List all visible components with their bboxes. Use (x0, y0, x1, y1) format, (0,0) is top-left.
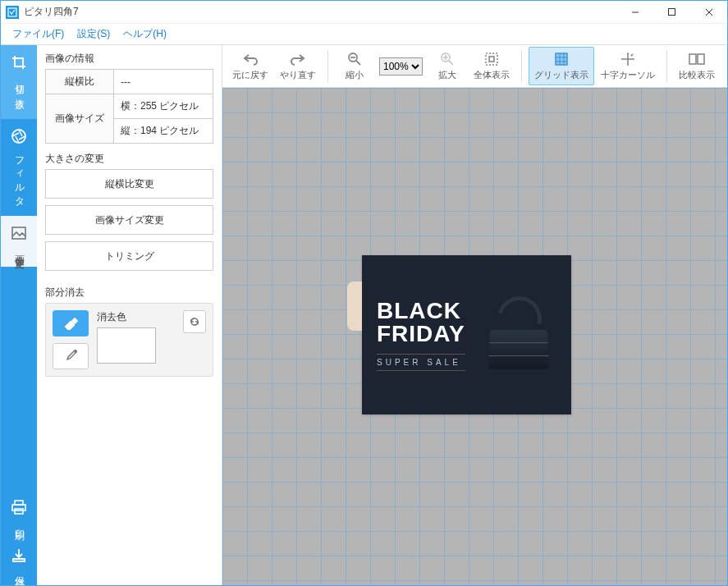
window-close-button[interactable] (690, 1, 727, 24)
svg-rect-18 (489, 57, 494, 62)
vtab-filter[interactable]: フィルタ (1, 119, 37, 216)
image-width-value: 横：255 ピクセル (113, 94, 213, 119)
vertical-tabs: 切り抜き フィルタ 画像変更 印刷 保存 (1, 45, 37, 585)
canvas-viewport[interactable]: BLACK FRIDAY SUPER SALE (222, 88, 727, 585)
window-title: ピタリ四角7 (24, 5, 616, 19)
redo-icon (290, 51, 306, 67)
crosshair-toggle-button[interactable]: 十字カーソル (596, 48, 660, 85)
image-basket-graphic (483, 298, 556, 372)
svg-point-9 (74, 350, 77, 353)
printer-icon (10, 498, 28, 516)
image-hand-graphic (347, 282, 362, 331)
erase-color-swatch[interactable] (97, 327, 156, 364)
window-titlebar: ピタリ四角7 (1, 1, 727, 24)
menu-settings[interactable]: 設定(S) (71, 24, 117, 44)
zoom-select[interactable]: 100% (379, 57, 423, 76)
menu-file[interactable]: ファイル(F) (6, 24, 71, 44)
fit-icon (483, 51, 500, 67)
eraser-tool-button[interactable] (53, 310, 89, 336)
zoom-out-icon (346, 51, 363, 67)
trimming-button[interactable]: トリミング (45, 241, 213, 271)
vtab-crop[interactable]: 切り抜き (1, 45, 37, 119)
svg-rect-19 (556, 53, 567, 65)
aperture-icon (10, 127, 28, 145)
image-info-table: 縦横比 --- 画像サイズ 横：255 ピクセル 縦：194 ピクセル (45, 69, 213, 144)
app-icon (6, 6, 19, 19)
fit-view-button[interactable]: 全体表示 (469, 48, 515, 85)
vtab-print[interactable]: 印刷 (1, 490, 37, 538)
undo-button[interactable]: 元に戻す (227, 48, 273, 85)
grid-icon (553, 51, 570, 67)
svg-rect-7 (15, 509, 23, 514)
info-section-title: 画像の情報 (45, 52, 213, 66)
aspect-ratio-value: --- (113, 70, 213, 94)
svg-rect-4 (12, 227, 25, 239)
canvas-image[interactable]: BLACK FRIDAY SUPER SALE (362, 255, 571, 414)
grid-toggle-button[interactable]: グリッド表示 (529, 47, 594, 85)
zoom-out-button[interactable]: 縮小 (335, 48, 374, 85)
download-icon (10, 546, 28, 564)
window-maximize-button[interactable] (653, 1, 690, 24)
window-minimize-button[interactable] (616, 1, 653, 24)
resize-section-title: 大きさの変更 (45, 152, 213, 166)
menu-bar: ファイル(F) 設定(S) ヘルプ(H) (1, 24, 727, 45)
image-text-block: BLACK FRIDAY SUPER SALE (377, 300, 465, 371)
zoom-in-icon (439, 51, 456, 67)
svg-rect-22 (689, 54, 696, 64)
svg-point-3 (12, 130, 25, 143)
redo-button[interactable]: やり直す (275, 48, 321, 85)
change-aspect-button[interactable]: 縦横比変更 (45, 169, 213, 199)
erase-color-label: 消去色 (97, 310, 178, 324)
svg-line-11 (356, 61, 360, 65)
svg-rect-2 (669, 9, 675, 16)
crop-icon (10, 53, 28, 71)
vtab-image-modify[interactable]: 画像変更 (1, 216, 37, 267)
image-size-label: 画像サイズ (46, 94, 114, 144)
canvas-toolbar: 元に戻す やり直す 縮小 100% 拡大 全体表示 (222, 45, 727, 88)
crosshair-icon (620, 51, 636, 67)
zoom-in-button[interactable]: 拡大 (428, 48, 467, 85)
compare-view-button[interactable]: 比較表示 (674, 48, 720, 85)
aspect-ratio-label: 縦横比 (46, 70, 114, 94)
svg-line-14 (449, 61, 453, 65)
erase-section-title: 部分消去 (45, 286, 213, 300)
undo-icon (242, 51, 259, 67)
reset-color-button[interactable] (183, 310, 206, 333)
change-size-button[interactable]: 画像サイズ変更 (45, 205, 213, 235)
image-icon (10, 224, 28, 242)
vtab-save[interactable]: 保存 (1, 538, 37, 585)
properties-panel: 画像の情報 縦横比 --- 画像サイズ 横：255 ピクセル 縦：194 ピクセ… (37, 45, 222, 585)
compare-icon (689, 51, 705, 67)
svg-rect-23 (698, 54, 704, 64)
svg-rect-17 (486, 53, 497, 65)
eyedropper-tool-button[interactable] (53, 343, 89, 369)
image-height-value: 縦：194 ピクセル (113, 119, 213, 144)
menu-help[interactable]: ヘルプ(H) (117, 24, 173, 44)
